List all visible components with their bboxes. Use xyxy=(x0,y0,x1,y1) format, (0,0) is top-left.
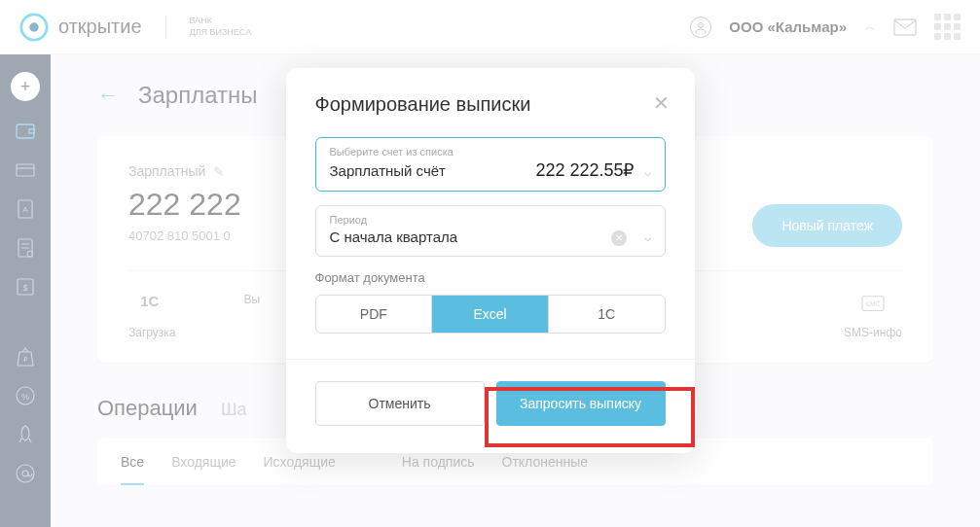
account-value: Зарплатный счёт xyxy=(330,162,446,179)
modal-title: Формирование выписки xyxy=(315,93,666,116)
format-pdf[interactable]: PDF xyxy=(316,296,433,333)
format-label: Формат документа xyxy=(315,270,666,285)
close-icon[interactable]: ✕ xyxy=(653,91,670,115)
period-value: С начала квартала xyxy=(330,228,458,245)
format-1c[interactable]: 1C xyxy=(549,296,665,333)
account-select-field[interactable]: Выберите счет из списка Зарплатный счёт … xyxy=(315,137,666,192)
chevron-down-icon: ⌵ xyxy=(644,165,651,179)
cancel-button[interactable]: Отменить xyxy=(315,381,485,426)
clear-icon[interactable]: ✕ xyxy=(611,230,627,246)
period-field[interactable]: Период С начала квартала ✕⌵ xyxy=(315,205,666,257)
format-excel[interactable]: Excel xyxy=(432,296,549,333)
format-segments: PDF Excel 1C xyxy=(315,295,666,334)
field-label: Период xyxy=(330,214,651,226)
chevron-down-icon: ⌵ xyxy=(644,230,651,244)
submit-button[interactable]: Запросить выписку xyxy=(496,381,666,426)
statement-modal: Формирование выписки ✕ Выберите счет из … xyxy=(286,68,695,453)
account-amount: 222 222.55₽ xyxy=(535,160,634,180)
modal-overlay: Формирование выписки ✕ Выберите счет из … xyxy=(0,0,980,527)
field-label: Выберите счет из списка xyxy=(330,146,651,158)
divider xyxy=(286,359,695,360)
